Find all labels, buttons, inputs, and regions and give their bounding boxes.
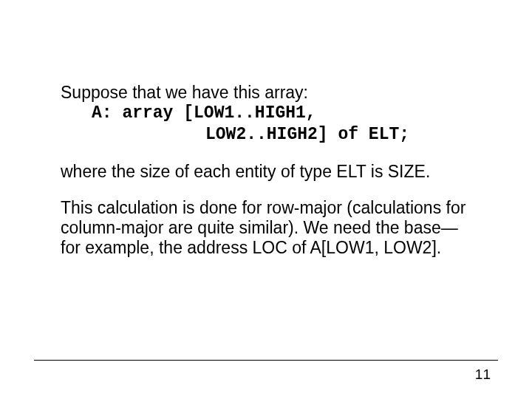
slide: Suppose that we have this array: A: arra… <box>0 0 532 399</box>
slide-content: Suppose that we have this array: A: arra… <box>61 83 474 258</box>
code-line-1: A: array [LOW1..HIGH1, <box>61 103 474 124</box>
horizontal-rule <box>34 360 498 361</box>
intro-text: Suppose that we have this array: <box>61 83 474 103</box>
paragraph-2: This calculation is done for row-major (… <box>61 198 474 258</box>
page-number: 11 <box>475 366 491 383</box>
spacer <box>61 182 474 198</box>
code-line-2: LOW2..HIGH2] of ELT; <box>61 124 474 146</box>
paragraph-1: where the size of each entity of type EL… <box>61 162 474 182</box>
spacer <box>61 146 474 162</box>
